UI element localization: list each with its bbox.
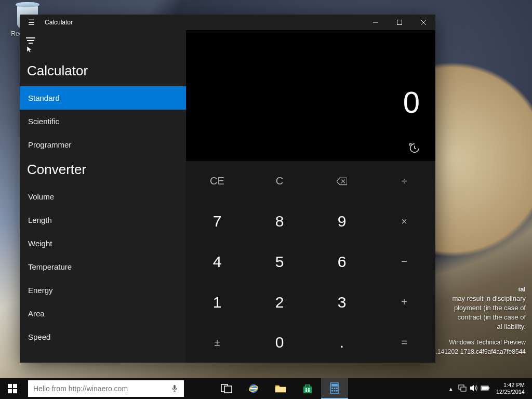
key-9[interactable]: 9 [311, 202, 373, 242]
svg-rect-40 [482, 387, 488, 390]
sidebar-item-standard[interactable]: Standard [20, 86, 186, 110]
maximize-button[interactable] [388, 15, 411, 30]
keypad: CE C ÷ 7 8 9 × 4 5 [186, 161, 435, 363]
svg-rect-22 [303, 387, 312, 393]
key-plus-minus[interactable]: ± [186, 322, 248, 363]
tray-volume-icon[interactable] [468, 384, 480, 393]
titlebar[interactable]: ☰ Calculator [20, 15, 435, 30]
svg-rect-23 [305, 388, 307, 390]
svg-rect-26 [308, 390, 310, 392]
svg-rect-36 [461, 387, 466, 391]
sidebar-item-speed[interactable]: Speed [20, 325, 186, 349]
tray-overflow[interactable]: ▴ [445, 385, 457, 392]
history-button[interactable] [408, 142, 420, 154]
taskbar-search[interactable] [28, 380, 184, 397]
sidebar-item-area[interactable]: Area [20, 302, 186, 325]
desktop: Recycle Bin ial may result in disciplina… [0, 0, 532, 399]
key-2[interactable]: 2 [248, 282, 311, 323]
svg-rect-21 [275, 387, 286, 392]
key-add[interactable]: + [373, 282, 435, 323]
sidebar-item-temperature[interactable]: Temperature [20, 255, 186, 278]
folder-icon [275, 384, 286, 393]
key-multiply[interactable]: × [373, 202, 435, 242]
search-input[interactable] [33, 384, 170, 393]
sidebar-item-length[interactable]: Length [20, 208, 186, 232]
key-subtract[interactable]: − [373, 242, 435, 282]
backspace-icon [337, 176, 347, 187]
sidebar-section-converter: Converter [20, 156, 186, 185]
tray-clock[interactable]: 1:42 PM 12/25/2014 [491, 382, 530, 395]
taskbar-items [213, 378, 348, 399]
svg-rect-33 [334, 390, 336, 392]
windows-logo-icon [8, 384, 17, 393]
key-7[interactable]: 7 [186, 202, 248, 242]
microphone-icon[interactable] [170, 384, 179, 393]
svg-rect-32 [331, 390, 333, 392]
svg-rect-29 [331, 388, 333, 389]
watermark-heading: ial [518, 285, 526, 293]
svg-rect-31 [336, 388, 338, 389]
taskbar: ▴ 1:42 PM 12/25/2014 [0, 378, 532, 399]
key-equals[interactable]: = [373, 322, 435, 363]
key-3[interactable]: 3 [311, 282, 373, 323]
svg-rect-39 [488, 387, 489, 389]
svg-rect-24 [308, 388, 310, 390]
taskbar-calculator[interactable] [321, 378, 348, 399]
store-icon [302, 383, 313, 394]
cursor-icon [27, 46, 33, 52]
start-button[interactable] [0, 378, 25, 399]
svg-rect-18 [224, 386, 232, 393]
close-button[interactable] [411, 15, 435, 30]
sidebar-item-volume[interactable]: Volume [20, 185, 186, 208]
key-divide[interactable]: ÷ [373, 161, 435, 202]
sidebar: Calculator Standard Scientific Programme… [20, 30, 186, 363]
svg-rect-13 [13, 389, 17, 393]
svg-marker-7 [27, 46, 32, 52]
svg-rect-1 [397, 20, 402, 25]
sidebar-item-weight[interactable]: Weight [20, 232, 186, 255]
sidebar-item-energy[interactable]: Energy [20, 278, 186, 302]
system-tray: ▴ 1:42 PM 12/25/2014 [445, 378, 532, 399]
key-ce[interactable]: CE [186, 161, 248, 202]
taskbar-task-view[interactable] [213, 378, 240, 399]
svg-rect-34 [336, 390, 338, 392]
calculator-main: 0 CE C [186, 30, 435, 363]
calculator-icon [330, 382, 339, 394]
svg-rect-12 [8, 389, 12, 393]
tray-battery-icon[interactable] [480, 385, 491, 392]
svg-rect-11 [13, 384, 17, 388]
calculator-window: ☰ Calculator [20, 15, 435, 363]
sidebar-item-scientific[interactable]: Scientific [20, 110, 186, 133]
svg-rect-10 [8, 384, 12, 388]
key-4[interactable]: 4 [186, 242, 248, 282]
taskbar-file-explorer[interactable] [267, 378, 294, 399]
tray-time: 1:42 PM [496, 382, 525, 389]
calc-display: 0 [186, 30, 435, 161]
svg-rect-28 [331, 384, 338, 387]
tray-date: 12/25/2014 [496, 389, 525, 395]
task-view-icon [221, 384, 232, 393]
key-backspace[interactable] [311, 161, 373, 202]
taskbar-store[interactable] [294, 378, 321, 399]
minimize-button[interactable] [364, 15, 388, 30]
key-c[interactable]: C [248, 161, 311, 202]
svg-rect-14 [174, 385, 176, 389]
key-8[interactable]: 8 [248, 202, 311, 242]
sidebar-item-programmer[interactable]: Programmer [20, 133, 186, 156]
key-decimal[interactable]: . [311, 322, 373, 363]
history-icon [408, 142, 420, 154]
sidebar-collapse-button[interactable] [20, 34, 186, 58]
svg-rect-30 [334, 388, 336, 389]
window-title: Calculator [43, 19, 364, 26]
ie-icon [248, 383, 259, 394]
key-6[interactable]: 6 [311, 242, 373, 282]
hamburger-button[interactable]: ☰ [20, 18, 43, 26]
svg-rect-25 [305, 390, 307, 392]
tray-network-icon[interactable] [457, 384, 468, 393]
taskbar-ie[interactable] [240, 378, 267, 399]
collapse-menu-icon [26, 37, 35, 46]
key-5[interactable]: 5 [248, 242, 311, 282]
svg-marker-37 [470, 385, 474, 391]
key-0[interactable]: 0 [248, 322, 311, 363]
key-1[interactable]: 1 [186, 282, 248, 323]
